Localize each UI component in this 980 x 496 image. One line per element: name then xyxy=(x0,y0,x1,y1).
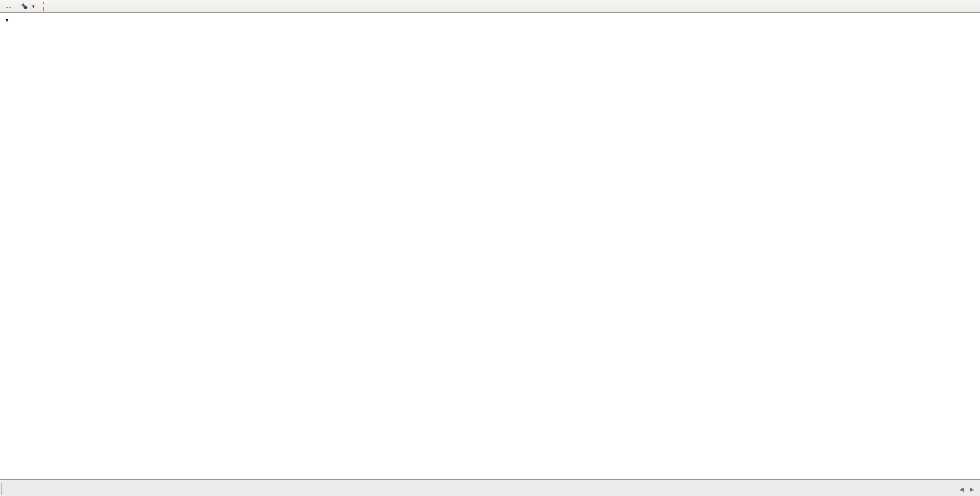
tab-scroll-buttons: ◀ ▶ xyxy=(960,487,974,493)
price-chart-svg xyxy=(0,0,980,496)
tab-scroll-right-icon[interactable]: ▶ xyxy=(970,487,974,493)
chart-tabbar: ◀ ▶ xyxy=(0,479,980,496)
trading-terminal: ▼ ▼ ◀ ▶ xyxy=(0,0,980,496)
tab-scroll-left-icon[interactable]: ◀ xyxy=(960,487,964,493)
tabbar-grip[interactable] xyxy=(1,483,6,495)
